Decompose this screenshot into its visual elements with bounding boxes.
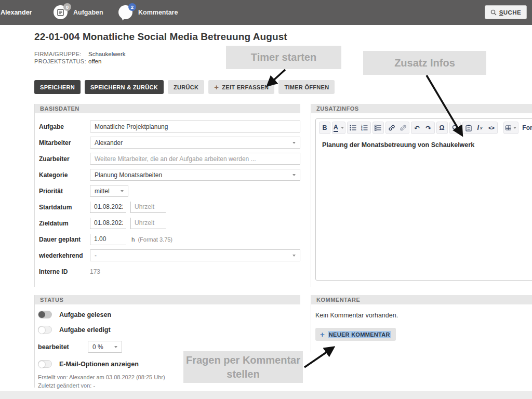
zurueck-button[interactable]: ZURÜCK [168,80,204,94]
aufgaben-count-badge: 0 [63,3,71,11]
dauer-label: Dauer geplant [39,236,90,243]
aufgabe-label: Aufgabe [39,123,90,130]
dauer-unit: h [131,236,135,243]
zuarbeiter-label: Zuarbeiter [39,155,90,163]
kategorie-select[interactable]: Planung Monatsarbeiten [90,169,300,181]
insert-table-button[interactable] [503,122,519,134]
format-dropdown[interactable]: Format [522,124,532,131]
email-optionen-label: E-Mail-Optionen anzeigen [59,361,139,368]
kategorie-label: Kategorie [39,171,90,179]
top-bar: Alexander 0 Aufgaben 2 Kommentare SUCHE [0,0,532,25]
search-icon [452,125,458,131]
bottom-strip [0,391,532,399]
zeit-erfassen-button[interactable]: + ZEIT ERFASSEN [208,80,274,94]
user-name[interactable]: Alexander [1,9,32,16]
redo-button[interactable]: ↷ [423,122,434,134]
project-meta: FIRMA/GRUPPE: Schaukelwerk PROJEKTSTATUS… [34,50,126,65]
neuer-kommentar-button[interactable]: + NEUER KOMMENTAR [315,328,396,341]
action-bar: SPEICHERN SPEICHERN & ZURÜCK ZURÜCK + ZE… [34,80,335,94]
start-uhrzeit-input[interactable] [130,202,166,213]
special-character-button[interactable]: Ω [436,122,448,134]
chevron-down-icon [341,127,344,129]
interne-id-value: 173 [90,268,100,275]
chevron-down-icon [513,127,516,129]
wiederkehrend-label: wiederkehrend [39,252,90,259]
wiederkehrend-select[interactable]: - [90,249,300,261]
speichern-button[interactable]: SPEICHERN [34,80,81,94]
zusatzinfos-panel: ZUSATZINFOS B A 123 [311,104,532,287]
source-code-button[interactable]: <> [486,122,497,134]
dauer-hint: (Format 3.75) [138,236,172,243]
bearbeitet-select[interactable]: 0 % [88,341,122,353]
interne-id-label: Interne ID [39,268,90,275]
nav-kommentare[interactable]: 2 Kommentare [118,5,178,20]
startdatum-label: Startdatum [39,204,90,211]
zieldatum-label: Zieldatum [39,220,90,227]
projektstatus-label: PROJEKTSTATUS: [34,58,88,64]
annotation-zusatz-infos: Zusatz Infos [363,51,486,75]
aufgabe-gelesen-label: Aufgabe gelesen [59,311,111,318]
svg-text:3: 3 [361,129,363,131]
projektstatus-value: offen [88,58,101,64]
undo-button[interactable]: ↶ [411,122,423,134]
task-list-button[interactable] [373,122,384,134]
kommentare-panel: KOMMENTARE Kein Kommentar vorhanden. + N… [311,295,532,352]
clear-formatting-button[interactable]: Ix [474,122,486,134]
kommentare-count-badge: 2 [128,3,136,11]
startdatum-input[interactable] [90,202,126,213]
email-optionen-toggle[interactable] [38,360,52,368]
no-comment-text: Kein Kommentar vorhanden. [315,312,532,319]
prioritaet-select[interactable]: mittel [90,185,128,197]
nav-aufgaben[interactable]: 0 Aufgaben [54,5,103,20]
find-replace-button[interactable] [449,122,461,134]
basisdaten-panel: BASISDATEN Aufgabe Mitarbeiter Alexander… [34,104,300,287]
richtext-editor[interactable]: B A 123 [315,118,532,281]
kommentare-label: Kommentare [138,9,178,16]
zuarbeiter-input[interactable] [90,153,300,165]
mitarbeiter-label: Mitarbeiter [39,139,90,147]
chevron-down-icon [121,190,124,192]
plus-icon: + [214,83,219,91]
table-icon [506,125,511,131]
bold-button[interactable]: B [319,122,330,134]
bullet-list-button[interactable] [348,122,359,134]
prioritaet-label: Priorität [39,188,90,195]
zieldatum-input[interactable] [90,218,126,229]
aufgabe-erledigt-label: Aufgabe erledigt [59,326,111,334]
editor-toolbar: B A 123 [316,119,532,134]
zusatzinfos-header: ZUSATZINFOS [311,104,532,113]
search-button[interactable]: SUCHE [485,5,527,19]
text-color-button[interactable]: A [332,122,345,134]
firma-gruppe-value: Schaukelwerk [88,51,126,57]
chevron-down-icon [292,255,296,257]
kommentare-header: KOMMENTARE [311,295,532,304]
page-title: 22-01-004 Monatliche Social Media Betreu… [34,31,287,43]
firma-gruppe-label: FIRMA/GRUPPE: [34,51,88,57]
remove-link-button[interactable] [397,122,409,134]
speichern-zurueck-button[interactable]: SPEICHERN & ZURÜCK [85,80,164,94]
aufgabe-erledigt-toggle[interactable] [38,326,52,334]
aufgabe-input[interactable] [90,121,300,132]
chevron-down-icon [292,174,296,176]
chevron-down-icon [114,346,117,348]
numbered-list-button[interactable]: 123 [359,122,370,134]
dauer-input[interactable] [90,234,126,245]
mitarbeiter-select[interactable]: Alexander [90,137,300,149]
aufgabe-gelesen-toggle[interactable] [38,311,52,318]
basisdaten-header: BASISDATEN [35,104,300,113]
chevron-down-icon [292,142,296,144]
paste-button[interactable] [463,122,474,134]
status-header: STATUS [35,295,300,304]
plus-icon: + [320,330,325,338]
ziel-uhrzeit-input[interactable] [130,218,166,229]
annotation-timer-starten: Timer starten [226,46,341,69]
aufgaben-label: Aufgaben [73,9,103,16]
insert-link-button[interactable] [386,122,397,134]
annotation-fragen-kommentar: Fragen per Kommentar stellen [183,351,303,383]
editor-content[interactable]: Planung der Monatsbetreuung von Schaukel… [316,134,532,156]
bearbeitet-label: bearbeitet [38,343,88,351]
timer-oeffnen-button[interactable]: TIMER ÖFFNEN [278,80,335,94]
search-icon [490,9,497,16]
